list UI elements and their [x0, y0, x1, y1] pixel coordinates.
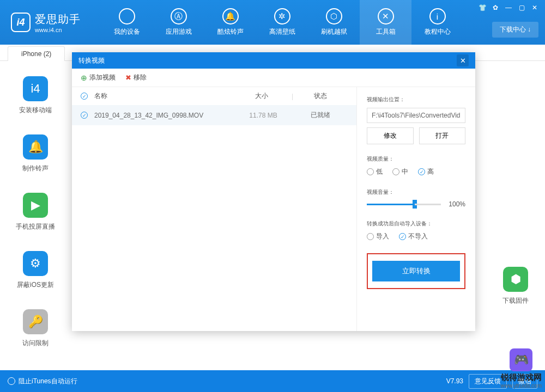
import-label: 转换成功后自动导入设备： [367, 220, 465, 228]
video-row[interactable]: 2019_04_28_13_42_IMG_0998.MOV 11.78 MB 已… [72, 105, 356, 125]
volume-value: 100% [449, 200, 465, 208]
remove-button[interactable]: ✖移除 [125, 73, 147, 82]
nav-item-0[interactable]: 我的设备 [101, 0, 153, 45]
quality-high[interactable]: 高 [418, 167, 434, 176]
nav-item-3[interactable]: ✲高清壁纸 [256, 0, 308, 45]
wechat-button[interactable]: 微信 [512, 374, 537, 389]
plus-icon: ⊕ [81, 74, 87, 82]
select-all-checkbox[interactable] [81, 93, 88, 100]
tool-icon: ▶ [23, 193, 48, 218]
logo-icon: i4 [11, 13, 31, 32]
nav-icon: i [429, 8, 446, 24]
nav-item-6[interactable]: i教程中心 [411, 0, 463, 45]
nav-item-1[interactable]: Ⓐ应用游戏 [153, 0, 204, 45]
tool-item-0[interactable]: i4安装移动端 [0, 76, 71, 115]
nav-icon: ✕ [378, 8, 394, 24]
output-path-field[interactable] [367, 108, 465, 123]
download-center-button[interactable]: 下载中心 ↓ [492, 22, 538, 38]
col-size: 大小 [232, 91, 292, 101]
device-tab[interactable]: iPhone (2) [8, 46, 65, 61]
nav-icon: 🔔 [222, 8, 239, 24]
cube-icon: ⬢ [503, 267, 528, 292]
tool-item-4[interactable]: 🔑访问限制 [0, 309, 71, 348]
import-yes[interactable]: 导入 [367, 232, 389, 241]
version-label: V7.93 [446, 377, 463, 385]
nav-item-4[interactable]: ⬡刷机越狱 [308, 0, 360, 45]
col-name: 名称 [94, 91, 232, 101]
convert-video-dialog: 转换视频 ✕ ⊕添加视频 ✖移除 名称 大小| 状态 2019_04_28_13… [72, 52, 475, 331]
tool-item-2[interactable]: ▶手机投屏直播 [0, 193, 71, 231]
add-video-button[interactable]: ⊕添加视频 [81, 73, 116, 82]
row-status: 已就绪 [293, 111, 348, 120]
download-firmware[interactable]: ⬢ 下载固件 [502, 267, 529, 305]
tool-icon: 🔑 [23, 309, 48, 334]
nav-icon: Ⓐ [171, 8, 187, 24]
convert-highlight: 立即转换 [367, 253, 465, 289]
volume-slider[interactable] [367, 204, 415, 205]
nav-item-2[interactable]: 🔔酷炫铃声 [204, 0, 256, 45]
tool-item-1[interactable]: 🔔制作铃声 [0, 134, 71, 173]
maximize-icon[interactable]: ▢ [517, 3, 526, 12]
brand-name: 爱思助手 [35, 12, 81, 27]
gear-icon[interactable]: ✿ [491, 3, 500, 12]
quality-label: 视频质量： [367, 155, 465, 163]
output-path-label: 视频输出位置： [367, 96, 465, 103]
tool-icon: i4 [23, 76, 48, 101]
tool-icon: ⚙ [23, 251, 48, 276]
circle-icon [8, 377, 15, 385]
dialog-close-button[interactable]: ✕ [457, 54, 469, 66]
convert-now-button[interactable]: 立即转换 [372, 261, 460, 281]
col-status: 状态 [293, 91, 348, 101]
close-icon[interactable]: ✕ [530, 3, 540, 12]
quality-low[interactable]: 低 [367, 167, 383, 176]
minimize-icon[interactable]: — [504, 3, 513, 12]
download-firmware-label: 下载固件 [502, 296, 529, 305]
row-checkbox[interactable] [81, 112, 88, 119]
dialog-title: 转换视频 [78, 56, 105, 65]
nav-icon: ⬡ [326, 8, 342, 24]
nav-item-5[interactable]: ✕工具箱 [360, 0, 411, 45]
open-button[interactable]: 打开 [419, 127, 466, 144]
brand-url: www.i4.cn [35, 27, 81, 33]
row-filename: 2019_04_28_13_42_IMG_0998.MOV [94, 112, 233, 119]
tool-item-3[interactable]: ⚙屏蔽iOS更新 [0, 251, 71, 290]
import-no[interactable]: 不导入 [399, 232, 428, 241]
nav-icon [119, 8, 135, 24]
block-itunes-toggle[interactable]: 阻止iTunes自动运行 [8, 377, 77, 386]
nav-icon: ✲ [274, 8, 290, 24]
tshirt-icon[interactable]: 👕 [477, 3, 487, 12]
row-size: 11.78 MB [233, 112, 293, 119]
app-logo: i4 爱思助手 www.i4.cn [0, 12, 101, 33]
list-header: 名称 大小| 状态 [72, 87, 356, 105]
volume-label: 视频音量： [367, 188, 465, 196]
feedback-button[interactable]: 意见反馈 [469, 374, 507, 389]
modify-button[interactable]: 修改 [367, 127, 414, 144]
quality-mid[interactable]: 中 [392, 167, 408, 176]
tool-icon: 🔔 [23, 134, 48, 160]
window-controls: 👕 ✿ — ▢ ✕ [477, 3, 540, 12]
remove-icon: ✖ [125, 74, 131, 82]
